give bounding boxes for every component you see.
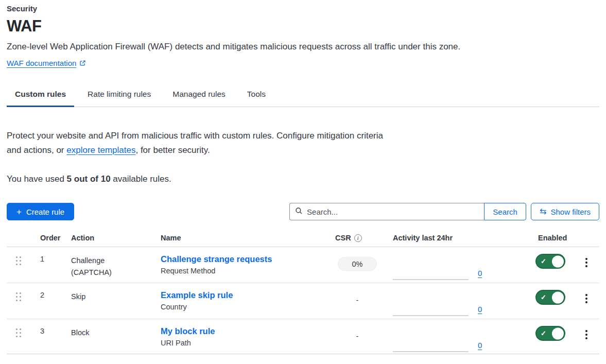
activity-sparkline bbox=[393, 315, 469, 316]
search-icon bbox=[295, 207, 303, 217]
tab-custom-rules[interactable]: Custom rules bbox=[7, 84, 74, 107]
swap-arrows-icon: ⇆ bbox=[540, 207, 546, 216]
csr-value: - bbox=[356, 332, 359, 340]
toggle-knob bbox=[552, 327, 564, 339]
page-title: WAF bbox=[7, 17, 599, 36]
table-row: 2 Skip Example skip rule Country - 0 ✓ bbox=[7, 283, 599, 319]
toggle-knob bbox=[552, 291, 564, 303]
waf-page: Security WAF Zone-level Web Application … bbox=[0, 0, 606, 354]
usage-count: 5 out of 10 bbox=[67, 174, 111, 184]
tab-tools[interactable]: Tools bbox=[239, 84, 274, 107]
rule-action: Challenge (CAPTCHA) bbox=[64, 254, 131, 279]
csr-info-icon[interactable]: i bbox=[354, 234, 362, 242]
drag-handle-icon[interactable] bbox=[16, 256, 21, 265]
kebab-menu-button[interactable] bbox=[580, 292, 593, 305]
check-icon: ✓ bbox=[541, 257, 546, 265]
waf-tabs: Custom rules Rate limiting rules Managed… bbox=[7, 84, 599, 107]
tab-rate-limiting-rules[interactable]: Rate limiting rules bbox=[79, 84, 159, 107]
search-button[interactable]: Search bbox=[484, 203, 526, 220]
column-header-name: Name bbox=[154, 234, 328, 242]
activity-sparkline bbox=[393, 279, 469, 280]
table-row: 1 Challenge (CAPTCHA) Challenge strange … bbox=[7, 247, 599, 283]
table-row: 3 Block My block rule URI Path - 0 ✓ bbox=[7, 319, 599, 354]
csr-value: - bbox=[356, 296, 359, 304]
enabled-toggle[interactable]: ✓ bbox=[535, 290, 565, 305]
column-header-order: Order bbox=[33, 234, 64, 242]
column-header-enabled: Enabled bbox=[532, 234, 573, 242]
waf-documentation-link-label: WAF documentation bbox=[7, 59, 76, 67]
usage-text-before: You have used bbox=[7, 174, 67, 184]
rule-expression-field: Request Method bbox=[161, 267, 328, 275]
rules-usage-summary: You have used 5 out of 10 available rule… bbox=[7, 174, 599, 184]
check-icon: ✓ bbox=[541, 293, 546, 301]
show-filters-button[interactable]: ⇆ Show filters bbox=[531, 203, 599, 220]
usage-text-after: available rules. bbox=[111, 174, 171, 184]
search-box bbox=[289, 203, 484, 220]
table-header-row: Order Action Name CSR i Activity last 24… bbox=[7, 234, 599, 247]
create-rule-button-label: Create rule bbox=[26, 207, 64, 216]
plus-icon: + bbox=[16, 207, 22, 216]
rule-name-link[interactable]: Challenge strange requests bbox=[161, 254, 272, 264]
breadcrumb-security: Security bbox=[7, 4, 599, 13]
custom-rules-intro: Protect your website and API from malici… bbox=[7, 129, 388, 158]
activity-sparkline bbox=[393, 351, 469, 352]
rule-order: 2 bbox=[33, 290, 64, 299]
enabled-toggle[interactable]: ✓ bbox=[535, 326, 565, 341]
show-filters-label: Show filters bbox=[550, 207, 591, 216]
csr-badge: 0% bbox=[338, 257, 377, 271]
create-rule-button[interactable]: + Create rule bbox=[7, 203, 74, 220]
custom-rules-table: Order Action Name CSR i Activity last 24… bbox=[7, 234, 599, 354]
rule-expression-field: URI Path bbox=[161, 339, 328, 347]
rule-expression-field: Country bbox=[161, 303, 328, 311]
drag-handle-icon[interactable] bbox=[16, 328, 21, 337]
activity-count-link[interactable]: 0 bbox=[478, 342, 482, 349]
activity-count-link[interactable]: 0 bbox=[478, 270, 482, 277]
rule-order: 1 bbox=[33, 254, 64, 263]
column-header-csr: CSR i bbox=[328, 234, 386, 242]
column-header-csr-label: CSR bbox=[335, 234, 351, 242]
drag-handle-icon[interactable] bbox=[16, 292, 21, 301]
kebab-menu-button[interactable] bbox=[580, 256, 593, 269]
search-input[interactable] bbox=[307, 207, 479, 216]
search-group: Search ⇆ Show filters bbox=[289, 203, 599, 220]
check-icon: ✓ bbox=[541, 330, 546, 337]
rule-action: Skip bbox=[64, 290, 131, 303]
rules-toolbar: + Create rule Search ⇆ Show filters bbox=[7, 203, 599, 220]
column-header-action: Action bbox=[64, 234, 154, 242]
intro-text-after: , for better security. bbox=[135, 145, 210, 155]
activity-count-link[interactable]: 0 bbox=[478, 306, 482, 313]
tab-managed-rules[interactable]: Managed rules bbox=[164, 84, 234, 107]
toggle-knob bbox=[552, 255, 564, 267]
kebab-menu-button[interactable] bbox=[580, 328, 593, 341]
rule-name-link[interactable]: Example skip rule bbox=[161, 290, 233, 300]
enabled-toggle[interactable]: ✓ bbox=[535, 254, 565, 269]
rule-order: 3 bbox=[33, 326, 64, 335]
page-description: Zone-level Web Application Firewall (WAF… bbox=[7, 42, 599, 52]
explore-templates-link[interactable]: explore templates bbox=[66, 145, 135, 155]
waf-documentation-link[interactable]: WAF documentation bbox=[7, 59, 86, 67]
external-link-icon bbox=[79, 60, 86, 66]
rule-name-link[interactable]: My block rule bbox=[161, 326, 215, 336]
rule-action: Block bbox=[64, 326, 131, 339]
column-header-activity: Activity last 24hr bbox=[386, 234, 532, 242]
